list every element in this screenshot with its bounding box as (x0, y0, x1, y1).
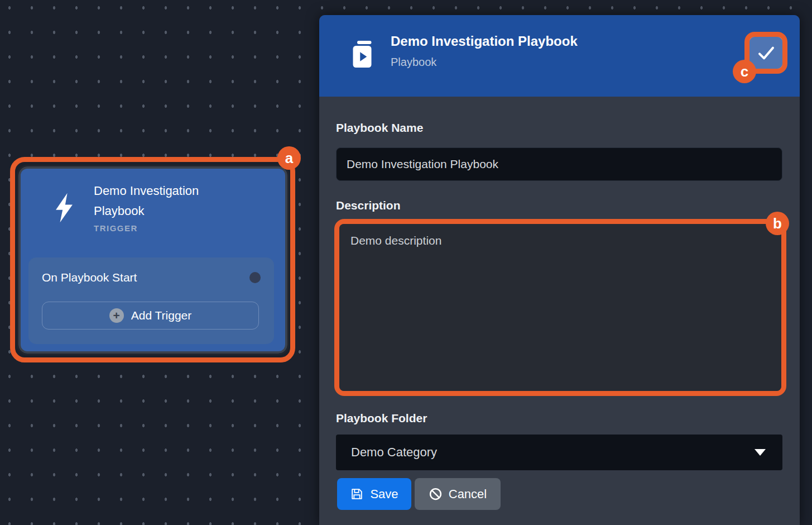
floppy-disk-icon (350, 487, 364, 501)
playbook-icon (350, 40, 374, 69)
add-trigger-label: Add Trigger (131, 309, 192, 322)
save-button[interactable]: Save (337, 478, 411, 510)
folder-select[interactable]: Demo Category (336, 435, 782, 470)
connection-port-icon[interactable] (249, 272, 261, 283)
playbook-editor-panel: Demo Investigation Playbook Playbook c P… (319, 15, 800, 525)
cancel-button[interactable]: Cancel (415, 478, 501, 510)
trigger-card-title: Demo Investigation Playbook (94, 181, 239, 221)
cancel-button-label: Cancel (449, 487, 487, 502)
playbook-name-input[interactable] (336, 147, 782, 181)
trigger-card[interactable]: Demo Investigation Playbook TRIGGER On P… (18, 166, 287, 354)
annotation-badge-a: a (277, 146, 301, 170)
checkmark-icon (757, 45, 775, 61)
caret-down-icon (755, 449, 766, 456)
annotation-badge-c: c (733, 60, 756, 83)
panel-subtitle: Playbook (391, 56, 578, 69)
add-trigger-button[interactable]: + Add Trigger (42, 302, 259, 330)
trigger-card-type-label: TRIGGER (94, 223, 239, 233)
plus-icon: + (109, 308, 124, 323)
playbook-name-label: Playbook Name (336, 121, 423, 135)
panel-header: Demo Investigation Playbook Playbook c (319, 15, 800, 97)
panel-title: Demo Investigation Playbook (391, 34, 578, 49)
folder-select-value: Demo Category (351, 445, 437, 460)
description-textarea[interactable]: Demo description (339, 224, 781, 391)
trigger-item-label: On Playbook Start (42, 271, 137, 284)
playbook-folder-label: Playbook Folder (336, 412, 427, 425)
save-button-label: Save (370, 487, 398, 502)
confirm-button[interactable] (749, 37, 782, 69)
description-label: Description (336, 199, 401, 212)
trigger-section: On Playbook Start + Add Trigger (28, 257, 274, 344)
annotation-box-b: Demo description (334, 219, 786, 396)
no-entry-icon (429, 487, 443, 501)
annotation-badge-b: b (766, 212, 789, 235)
lightning-bolt-icon (51, 192, 77, 223)
trigger-item-row[interactable]: On Playbook Start (28, 257, 274, 284)
